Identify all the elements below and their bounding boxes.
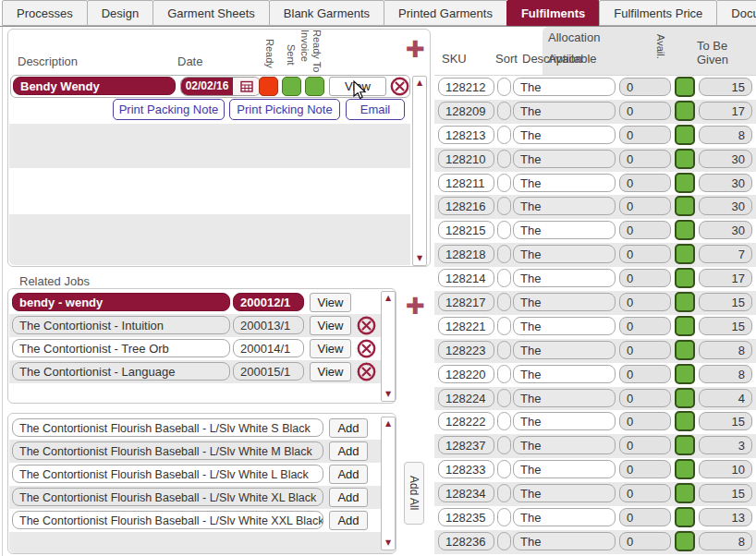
availability-status-box[interactable]: [675, 340, 695, 360]
product-description-field[interactable]: The Contortionist Flourish Baseball - L/…: [12, 418, 323, 437]
sku-description-field[interactable]: The: [513, 150, 616, 168]
add-all-button[interactable]: Add All: [404, 462, 424, 525]
add-related-job-icon[interactable]: ✚: [406, 296, 425, 318]
sku-description-field[interactable]: The: [513, 197, 616, 215]
sku-description-field[interactable]: The: [513, 221, 616, 239]
availability-status-box[interactable]: [675, 459, 695, 479]
sku-field[interactable]: 128235: [438, 508, 494, 526]
sku-description-field[interactable]: The: [513, 389, 616, 407]
related-job-description-field[interactable]: bendy - wendy: [12, 293, 230, 311]
sku-description-field[interactable]: The: [513, 245, 616, 263]
related-job-description-field[interactable]: The Contortionist - Intuition: [12, 316, 230, 334]
sku-description-field[interactable]: The: [513, 532, 616, 550]
sort-field[interactable]: [497, 126, 511, 144]
sort-field[interactable]: [497, 78, 511, 96]
sent-status-box[interactable]: [282, 77, 301, 96]
sku-field[interactable]: 128221: [438, 317, 494, 335]
sku-field[interactable]: 128218: [438, 245, 494, 263]
sku-description-field[interactable]: The: [513, 317, 616, 335]
availability-status-box[interactable]: [675, 292, 695, 312]
related-job-number-field[interactable]: 200014/1: [233, 339, 304, 357]
tab-design[interactable]: Design: [87, 0, 153, 26]
sort-field[interactable]: [497, 436, 511, 454]
add-fulfilment-icon[interactable]: ✚: [406, 39, 425, 61]
sort-field[interactable]: [497, 412, 511, 430]
tab-fulfilments[interactable]: Fulfilments: [506, 0, 600, 26]
sku-description-field[interactable]: The: [513, 78, 616, 96]
sort-field[interactable]: [497, 532, 511, 550]
sku-description-field[interactable]: The: [513, 412, 616, 430]
product-add-button[interactable]: Add: [329, 418, 368, 438]
related-job-view-button[interactable]: View: [310, 362, 351, 381]
sort-field[interactable]: [497, 341, 511, 359]
delete-related-job-icon[interactable]: [357, 316, 376, 335]
calendar-button[interactable]: [233, 78, 261, 95]
availability-status-box[interactable]: [675, 101, 695, 121]
product-add-button[interactable]: Add: [329, 465, 368, 484]
sku-description-field[interactable]: The: [513, 341, 616, 359]
tab-garment-sheets[interactable]: Garment Sheets: [152, 0, 270, 26]
sku-description-field[interactable]: The: [513, 460, 616, 478]
tab-documents[interactable]: Documents: [716, 0, 756, 26]
sku-field[interactable]: 128210: [438, 150, 494, 168]
tab-processes[interactable]: Processes: [2, 0, 88, 26]
product-description-field[interactable]: The Contortionist Flourish Baseball - L/…: [12, 511, 323, 529]
sku-description-field[interactable]: The: [513, 484, 616, 502]
sku-field[interactable]: 128211: [438, 174, 494, 192]
sort-field[interactable]: [497, 269, 511, 287]
sku-field[interactable]: 128214: [438, 269, 494, 287]
ready-status-box[interactable]: [259, 77, 278, 96]
sku-description-field[interactable]: The: [513, 174, 616, 192]
related-job-description-field[interactable]: The Contortionist - Tree Orb: [12, 339, 230, 357]
tab-printed-garments[interactable]: Printed Garments: [384, 0, 507, 26]
scroll-down-arrow-icon[interactable]: ▼: [385, 539, 391, 547]
sort-field[interactable]: [497, 508, 511, 526]
sku-description-field[interactable]: The: [513, 126, 616, 144]
sort-field[interactable]: [497, 293, 511, 311]
sku-field[interactable]: 128234: [438, 484, 494, 502]
tab-blank-garments[interactable]: Blank Garments: [269, 0, 384, 26]
job-date-field[interactable]: 02/02/16: [181, 78, 233, 95]
sku-field[interactable]: 128212: [438, 78, 494, 96]
product-description-field[interactable]: The Contortionist Flourish Baseball - L/…: [12, 465, 323, 483]
product-description-field[interactable]: The Contortionist Flourish Baseball - L/…: [12, 441, 323, 460]
sku-description-field[interactable]: The: [513, 269, 616, 287]
availability-status-box[interactable]: [675, 173, 695, 193]
job-description-field[interactable]: Bendy Wendy: [13, 77, 176, 95]
availability-status-box[interactable]: [675, 316, 695, 336]
availability-status-box[interactable]: [675, 220, 695, 240]
availability-status-box[interactable]: [675, 268, 695, 288]
sort-field[interactable]: [497, 245, 511, 263]
product-add-button[interactable]: Add: [329, 488, 368, 507]
scroll-up-arrow-icon[interactable]: ▲: [385, 295, 391, 302]
availability-status-box[interactable]: [675, 149, 695, 169]
delete-related-job-icon[interactable]: [357, 339, 376, 358]
sku-field[interactable]: 128237: [438, 436, 494, 454]
sku-field[interactable]: 128233: [438, 460, 494, 478]
sku-field[interactable]: 128215: [438, 221, 494, 239]
sort-field[interactable]: [497, 150, 511, 168]
sku-description-field[interactable]: The: [513, 365, 616, 383]
scroll-down-arrow-icon[interactable]: ▼: [417, 255, 422, 262]
sku-field[interactable]: 128222: [438, 412, 494, 430]
sort-field[interactable]: [497, 174, 511, 192]
sku-description-field[interactable]: The: [513, 436, 616, 454]
sort-field[interactable]: [497, 365, 511, 383]
related-job-view-button[interactable]: View: [310, 316, 351, 335]
availability-status-box[interactable]: [675, 388, 695, 408]
email-button[interactable]: Email: [346, 99, 405, 120]
sort-field[interactable]: [497, 460, 511, 478]
availability-status-box[interactable]: [675, 531, 695, 551]
scroll-up-arrow-icon[interactable]: ▲: [417, 79, 422, 87]
jobs-scrollbar[interactable]: ▲ ▼: [412, 76, 427, 266]
sort-field[interactable]: [497, 221, 511, 239]
product-add-button[interactable]: Add: [329, 511, 368, 530]
related-job-number-field[interactable]: 200015/1: [233, 362, 304, 381]
delete-related-job-icon[interactable]: [357, 362, 376, 381]
related-jobs-scrollbar[interactable]: ▲ ▼: [381, 291, 396, 402]
sku-field[interactable]: 128224: [438, 389, 494, 407]
sku-field[interactable]: 128217: [438, 293, 494, 311]
sort-field[interactable]: [497, 317, 511, 335]
availability-status-box[interactable]: [675, 125, 695, 145]
availability-status-box[interactable]: [675, 364, 695, 384]
